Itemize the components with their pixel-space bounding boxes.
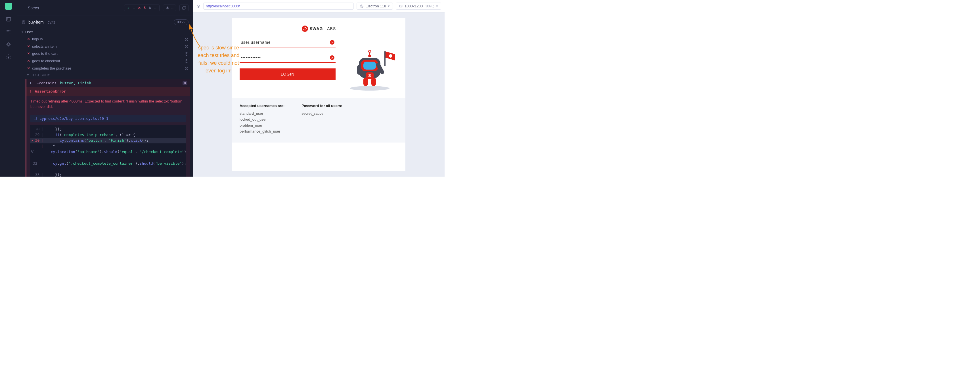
password-input[interactable] <box>240 53 336 63</box>
bang-icon: ! <box>29 89 32 93</box>
breadcrumb-label: Specs <box>28 6 39 10</box>
file-icon <box>22 20 25 24</box>
viewport-selector[interactable]: 1000x1200 (80%) ▾ <box>396 3 441 10</box>
aut-preview-panel: http://localhost:3000/ Electron 118 ▾ 10… <box>193 0 445 177</box>
command-index: 1 <box>29 81 33 85</box>
svg-rect-27 <box>357 65 361 75</box>
pending-icon: ↻ <box>148 6 151 10</box>
nav-rail <box>0 0 17 177</box>
test-row[interactable]: ✕selects an item <box>17 43 193 50</box>
svg-point-6 <box>167 7 168 8</box>
svg-point-30 <box>389 54 392 57</box>
spec-file-bar[interactable]: buy-item.cy.ts 00:22 <box>17 16 193 29</box>
error-file-link[interactable]: cypress/e2e/buy-item.cy.ts:30:1 <box>30 115 186 123</box>
error-message: Timed out retrying after 4000ms: Expecte… <box>26 96 190 112</box>
suite-row[interactable]: ▾ User <box>17 29 193 35</box>
code-frame: 28 | }); 29 | it('completes the purchase… <box>30 124 186 177</box>
svg-rect-13 <box>34 117 37 120</box>
robot-mascot-icon: S <box>341 38 398 92</box>
spec-duration: 00:22 <box>174 19 188 25</box>
svg-point-18 <box>361 5 363 7</box>
username-value: problem_user <box>240 123 285 128</box>
svg-rect-31 <box>363 78 368 86</box>
error-icon <box>330 55 334 60</box>
specs-nav-icon[interactable] <box>6 16 11 22</box>
password-value: secret_sauce <box>302 111 342 116</box>
svg-point-20 <box>350 86 390 91</box>
chevron-down-icon: ▾ <box>27 73 29 77</box>
command-row[interactable]: 1 –contains button, Finish 0 <box>26 79 190 87</box>
cypress-logo-icon[interactable] <box>5 3 12 10</box>
svg-rect-0 <box>6 18 11 21</box>
svg-text:S: S <box>368 73 371 78</box>
fail-icon: ✕ <box>27 37 30 41</box>
target-icon[interactable] <box>196 4 200 8</box>
browser-label: Electron 118 <box>365 4 386 8</box>
rerun-button[interactable] <box>180 5 188 11</box>
svg-point-3 <box>10 33 10 33</box>
svg-point-16 <box>198 6 199 6</box>
debug-nav-icon[interactable] <box>6 41 11 47</box>
command-log: ▾ User ✕logs in✕selects an item✕goes to … <box>17 29 193 177</box>
svg-rect-23 <box>363 62 376 70</box>
passed-count: -- <box>133 6 135 10</box>
suite-name: User <box>25 30 33 34</box>
warning-icon <box>185 37 188 41</box>
chevron-down-icon: ▾ <box>22 30 23 33</box>
settings-nav-icon[interactable] <box>6 54 11 60</box>
username-value: standard_user <box>240 111 285 116</box>
failed-count: 5 <box>144 6 146 10</box>
warning-icon <box>185 59 188 63</box>
svg-rect-32 <box>371 78 376 86</box>
chevron-down-icon: ▾ <box>388 4 390 8</box>
reporter-header: Specs ✓-- ✕5 ↻-- -- <box>17 0 193 16</box>
password-field <box>240 53 336 63</box>
refresh-icon <box>182 6 186 10</box>
username-value: locked_out_user <box>240 117 285 121</box>
breadcrumb[interactable]: Specs <box>22 6 39 10</box>
test-row[interactable]: ✕goes to checkout <box>17 57 193 65</box>
test-body-label: ▾ TEST BODY <box>17 72 193 78</box>
command-name: contains <box>39 81 57 85</box>
fail-icon: ✕ <box>27 59 30 63</box>
test-row[interactable]: ✕goes to the cart <box>17 50 193 57</box>
spec-ext: .cy.ts <box>46 20 56 24</box>
spec-name: buy-item <box>29 20 44 24</box>
warning-icon <box>185 51 188 56</box>
test-stats: ✓-- ✕5 ↻-- <box>124 5 159 11</box>
viewport-scale: (80%) <box>425 4 434 8</box>
preview-toggle-button[interactable]: -- <box>163 5 176 11</box>
reporter-panel: Specs ✓-- ✕5 ↻-- -- buy-item.cy.ts 00:22… <box>17 0 193 177</box>
username-input[interactable] <box>240 38 336 48</box>
fail-icon: ✕ <box>27 67 30 70</box>
password-heading: Password for all users: <box>302 104 342 108</box>
warning-icon <box>185 44 188 49</box>
svg-point-5 <box>8 56 10 57</box>
svg-point-4 <box>7 43 10 45</box>
scale-icon <box>399 4 403 8</box>
error-name: AssertionError <box>35 89 66 93</box>
command-args: button, Finish <box>60 81 91 85</box>
login-button[interactable]: LOGIN <box>240 69 336 80</box>
runs-nav-icon[interactable] <box>6 29 11 35</box>
error-icon <box>330 40 334 45</box>
warning-icon <box>185 66 188 70</box>
browser-selector[interactable]: Electron 118 ▾ <box>356 3 393 10</box>
test-title: goes to checkout <box>32 59 60 63</box>
viewport-size: 1000x1200 <box>404 4 423 8</box>
x-icon: ✕ <box>138 6 141 10</box>
test-row[interactable]: ✕logs in <box>17 35 193 43</box>
username-field <box>240 38 336 48</box>
command-count-badge: 0 <box>183 81 188 85</box>
test-row[interactable]: ✕completes the purchase <box>17 64 193 72</box>
login-info: Accepted usernames are: standard_userloc… <box>232 98 406 142</box>
file-link-icon <box>33 116 37 120</box>
preview-toolbar: http://localhost:3000/ Electron 118 ▾ 10… <box>193 0 445 13</box>
users-heading: Accepted usernames are: <box>240 104 285 108</box>
url-bar[interactable]: http://localhost:3000/ <box>203 3 354 10</box>
fail-icon: ✕ <box>27 52 30 55</box>
eye-icon <box>165 6 170 10</box>
aut-frame: SWAGLABS LOGIN <box>232 18 406 171</box>
swag-mark-icon <box>302 26 308 32</box>
breadcrumb-icon <box>22 6 25 10</box>
